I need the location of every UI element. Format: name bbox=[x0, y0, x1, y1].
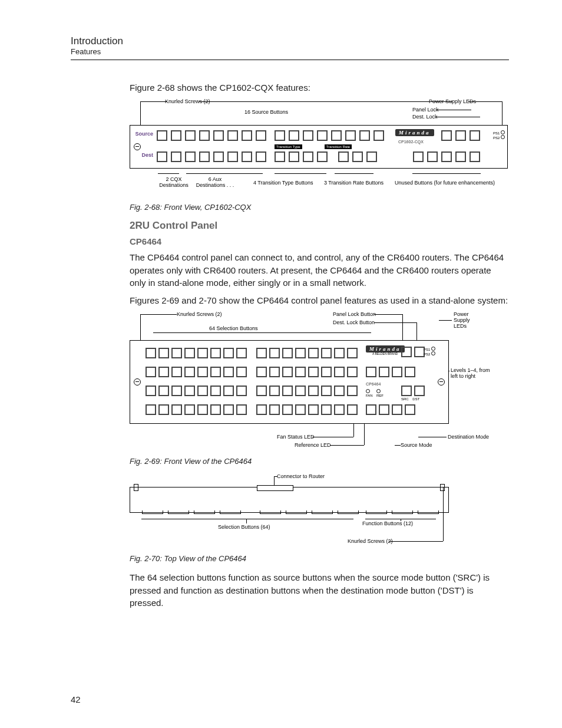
fig-2-70-caption: Fig. 2-70: Top View of the CP6464 bbox=[130, 554, 509, 563]
callout-3-transition-rate: 3 Transition Rate Buttons bbox=[324, 180, 384, 186]
model-label: CP6464 bbox=[366, 382, 381, 387]
figure-2-69: Knurled Screws (2) 64 Selection Buttons … bbox=[130, 312, 507, 453]
fig-2-68-caption: Fig. 2-68: Front View, CP1602-CQX bbox=[130, 203, 509, 212]
brand-logo: Miranda bbox=[395, 129, 434, 136]
callout-power-supply-leds: Power Supply LEDs bbox=[454, 312, 470, 330]
ps2-label: PS2 bbox=[424, 353, 430, 356]
source-label: Source bbox=[128, 131, 153, 137]
callout-2cqx-destinations: 2 CQX Destinations bbox=[153, 177, 194, 189]
callout-knurled-screws: Knurled Screws (2) bbox=[177, 312, 222, 318]
callout-levels: Levels 1–4, from left to right bbox=[451, 368, 490, 380]
callout-dest-lock-button: Dest. Lock Button bbox=[333, 320, 375, 326]
intro-paragraph: Figure 2-68 shows the CP1602-CQX feature… bbox=[130, 81, 509, 94]
fan-label: FAN bbox=[366, 394, 373, 397]
callout-64-selection-buttons: 64 Selection Buttons bbox=[209, 326, 258, 332]
callout-4-transition-type: 4 Transition Type Buttons bbox=[253, 180, 313, 186]
callout-reference-led: Reference LED bbox=[295, 443, 331, 449]
figure-2-68: Knurled Screws (2) 16 Source Buttons Pow… bbox=[130, 99, 507, 199]
dest-label: Dest bbox=[128, 153, 153, 159]
transition-rate-bar: Transition Rate bbox=[325, 144, 352, 150]
paragraph-cp6464: The CP6464 control panel can connect to,… bbox=[130, 251, 509, 289]
ps2-label: PS2 bbox=[493, 136, 500, 140]
page-number: 42 bbox=[71, 694, 81, 704]
callout-connector-to-router: Connector to Router bbox=[277, 474, 325, 480]
callout-function-buttons-12: Function Buttons (12) bbox=[362, 521, 413, 527]
header-subtitle: Features bbox=[71, 47, 509, 56]
ref-label: REF bbox=[376, 394, 384, 397]
brand-logo: Miranda bbox=[366, 345, 405, 353]
callout-unused-buttons: Unused Buttons (for future enhancements) bbox=[395, 180, 495, 186]
ps1-label: PS1 bbox=[424, 348, 430, 351]
transition-type-bar: Transition Type bbox=[275, 144, 302, 150]
callout-selection-buttons-64: Selection Buttons (64) bbox=[218, 525, 270, 531]
callout-16-source-buttons: 16 Source Buttons bbox=[244, 110, 288, 116]
callout-panel-lock: Panel Lock bbox=[412, 107, 439, 113]
callout-knurled-screws: Knurled Screws (2) bbox=[348, 539, 393, 545]
figure-2-70: Connector to Router bbox=[130, 474, 448, 551]
callout-destination-mode: Destination Mode bbox=[448, 434, 489, 440]
heading-cp6464: CP6464 bbox=[130, 236, 509, 246]
page-header: Introduction Features bbox=[71, 35, 509, 60]
src-label: SRC bbox=[401, 397, 409, 401]
callout-6aux-destinations: 6 Aux Destinations . . . bbox=[191, 177, 239, 189]
model-label: CP1602-CQX bbox=[398, 140, 424, 144]
callout-fan-status-led: Fan Status LED bbox=[277, 434, 315, 440]
fig-2-69-caption: Fig. 2-69: Front View of the CP6464 bbox=[130, 457, 509, 466]
paragraph-figures: Figures 2-69 and 2-70 show the CP6464 co… bbox=[130, 294, 509, 307]
paragraph-bottom: The 64 selection buttons function as sou… bbox=[130, 571, 509, 610]
ps1-label: PS1 bbox=[493, 131, 500, 135]
header-title: Introduction bbox=[71, 35, 509, 47]
callout-dest-lock: Dest. Lock bbox=[412, 114, 438, 120]
sub-brand: A BELDEN BRAND bbox=[366, 353, 405, 356]
heading-2ru-control-panel: 2RU Control Panel bbox=[130, 220, 509, 232]
dst-label: DST bbox=[412, 397, 419, 401]
callout-source-mode: Source Mode bbox=[401, 443, 432, 449]
callout-panel-lock-button: Panel Lock Button bbox=[333, 312, 376, 318]
